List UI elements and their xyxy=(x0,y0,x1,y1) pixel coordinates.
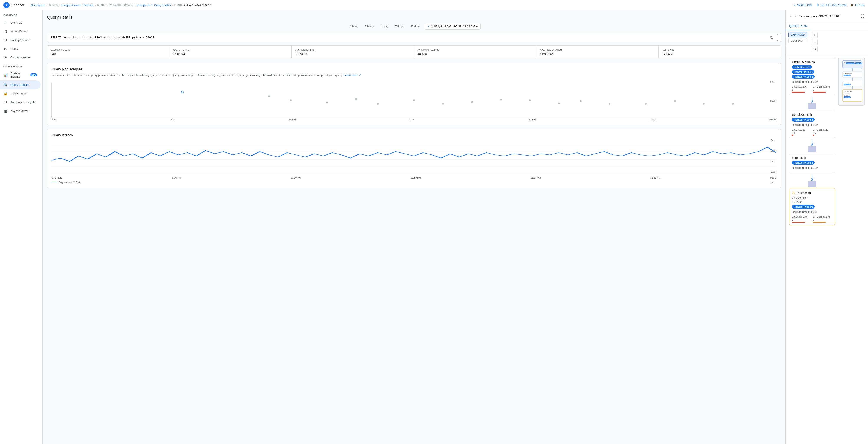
query-latency-card: Query latency xyxy=(47,129,781,188)
breadcrumb-instance-name[interactable]: example-instance: Overview xyxy=(61,4,94,7)
sidebar-item-change-streams[interactable]: ≋ Change streams xyxy=(0,53,41,62)
node-title-2: Filter scan xyxy=(792,156,832,159)
connector-line-2 xyxy=(812,140,812,144)
scatter-dot[interactable] xyxy=(609,103,611,105)
breadcrumb-db-name[interactable]: example-db-1: Query insights xyxy=(137,4,171,7)
scatter-dot[interactable] xyxy=(268,95,270,97)
scatter-dot[interactable] xyxy=(645,103,647,105)
node-rows-0: Rows returned: 48,186 xyxy=(792,80,832,83)
sidebar-item-query[interactable]: ▷ Query xyxy=(0,44,41,53)
scatter-dot[interactable] xyxy=(326,102,328,103)
tab-query-plan[interactable]: QUERY PLAN xyxy=(786,22,811,30)
plan-prev-button[interactable]: ‹ xyxy=(789,13,792,19)
transaction-icon: ⇄ xyxy=(3,100,8,104)
delete-database-button[interactable]: 🗑 DELETE DATABASE xyxy=(816,3,847,7)
scatter-dot[interactable] xyxy=(377,103,379,105)
sidebar-item-lock-insights[interactable]: 🔒 Lock insights xyxy=(0,89,41,98)
plan-next-button[interactable]: › xyxy=(794,13,797,19)
time-1day-button[interactable]: 1 day xyxy=(378,24,391,29)
scatter-dot[interactable] xyxy=(500,99,502,100)
sidebar-label-system-insights: System insights xyxy=(10,72,27,78)
time-6hours-button[interactable]: 6 hours xyxy=(362,24,377,29)
node-rows-2: Rows returned: 48,186 xyxy=(792,167,832,170)
connector-line-3 xyxy=(812,175,812,178)
node-badges-0: Highest latency Highest CPU time Highest… xyxy=(792,65,832,79)
learn-more-link[interactable]: Learn more ↗ xyxy=(344,73,361,77)
import-export-icon: ⇅ xyxy=(3,29,8,33)
view-toggle: EXPANDED COMPACT xyxy=(786,30,810,46)
compact-view-button[interactable]: COMPACT xyxy=(788,38,807,43)
time-range-picker-button[interactable]: ✓ 3/1/23, 8:43 PM - 3/2/23, 12:04 AM ▾ xyxy=(425,23,480,30)
topbar-actions: ✏ WRITE DDL 🗑 DELETE DATABASE 🎓 LEARN xyxy=(794,3,865,7)
scatter-dot-selected[interactable] xyxy=(181,91,184,93)
cpu-metric-3: CPU time: 2.75 s xyxy=(813,215,832,223)
connector-dot-2 xyxy=(811,144,813,146)
scatter-dot[interactable] xyxy=(703,103,705,105)
badge-highest-row-3: Highest row count xyxy=(792,205,814,209)
scatter-dot[interactable] xyxy=(290,99,292,101)
plan-expand-button[interactable]: ⛶ xyxy=(861,14,865,19)
time-30days-button[interactable]: 30 days xyxy=(408,24,423,29)
sidebar-item-import-export[interactable]: ⇅ Import/Export xyxy=(0,27,41,36)
cpu-bar-0 xyxy=(813,92,826,92)
app-name: Spanner xyxy=(11,3,25,7)
scatter-x-1130: 11:30 xyxy=(649,118,655,121)
plan-minimap: Distributed union Highest latency Highes… xyxy=(838,58,865,441)
scatter-dot[interactable] xyxy=(355,98,357,100)
scatter-dot[interactable] xyxy=(413,99,415,101)
latency-bar-0 xyxy=(792,92,805,92)
scatter-x-10pm: 10 PM xyxy=(289,118,296,121)
scatter-dot[interactable] xyxy=(558,102,560,104)
stat-value-2: 1,970.25 xyxy=(295,52,410,56)
plan-node-serialize-result: Serialize result Highest row count Rows … xyxy=(789,110,835,138)
stat-label-5: Avg. bytes xyxy=(662,48,777,51)
sidebar-item-system-insights[interactable]: 📊 System insights NEW xyxy=(0,69,41,80)
sidebar-item-backup-restore[interactable]: ↺ Backup/Restore xyxy=(0,36,41,44)
connector-line-1 xyxy=(812,97,812,100)
scatter-y-label-bottom: 1.50s xyxy=(770,118,775,121)
scatter-dot[interactable] xyxy=(580,100,582,102)
stat-value-1: 1,968.93 xyxy=(173,52,288,56)
latency-bar-3 xyxy=(792,222,805,223)
sidebar-item-key-visualizer[interactable]: ▦ Key Visualizer xyxy=(0,107,41,115)
copy-query-button[interactable]: ⧉ xyxy=(771,36,773,39)
zoom-in-button[interactable]: + xyxy=(811,32,817,38)
connector-2 xyxy=(789,140,835,152)
x-label-10pm: 10:00 PM xyxy=(290,176,301,179)
time-7days-button[interactable]: 7 days xyxy=(393,24,406,29)
line-chart-y-axis: 3s 2.5s 2s 1.5s 1s xyxy=(770,139,776,184)
plan-content: Distributed union Highest latency Highes… xyxy=(786,54,868,444)
query-plan-samples-title: Query plan samples xyxy=(52,67,776,71)
plan-controls: EXPANDED COMPACT + − ↺ xyxy=(786,30,868,54)
scatter-x-11pm: 11 PM xyxy=(529,118,536,121)
learn-button[interactable]: 🎓 LEARN xyxy=(850,3,865,7)
scatter-chart[interactable] xyxy=(52,83,776,117)
sidebar: DATABASE ⊞ Overview ⇅ Import/Export ↺ Ba… xyxy=(0,10,42,444)
expand-query-button[interactable]: ⌃⌄ xyxy=(776,33,778,42)
expanded-view-button[interactable]: EXPANDED xyxy=(788,32,807,37)
node-title-3: Table scan xyxy=(796,191,811,195)
sidebar-item-query-insights[interactable]: 🔍 Query insights xyxy=(0,80,41,89)
svg-text:⚠ Table scan: ⚠ Table scan xyxy=(845,91,852,92)
scatter-dot[interactable] xyxy=(471,101,473,103)
cpu-metric-0: CPU time: 2.78 s xyxy=(813,85,832,92)
write-ddl-button[interactable]: ✏ WRITE DDL xyxy=(794,3,813,7)
breadcrumb-sep2: › xyxy=(95,4,96,7)
time-1hour-button[interactable]: 1 hour xyxy=(347,24,361,29)
sidebar-item-overview[interactable]: ⊞ Overview xyxy=(0,18,41,27)
scatter-dot[interactable] xyxy=(529,99,531,101)
scatter-dot[interactable] xyxy=(732,103,734,105)
node-metrics-0: Latency: 2.78 s CPU time: 2.78 s xyxy=(792,85,832,92)
breadcrumb-all-instances[interactable]: All instances xyxy=(31,4,45,7)
stat-label-2: Avg. latency (ms) xyxy=(295,48,410,51)
sidebar-item-transaction-insights[interactable]: ⇄ Transaction insights xyxy=(0,98,41,107)
connector-bar-1 xyxy=(808,103,816,109)
scatter-dot[interactable] xyxy=(674,100,676,102)
node-title-1: Serialize result xyxy=(792,113,832,116)
latency-metric-1: Latency: 20 ms xyxy=(792,128,809,136)
plan-tabs: QUERY PLAN xyxy=(786,22,868,30)
zoom-reset-button[interactable]: ↺ xyxy=(811,46,817,52)
zoom-out-button[interactable]: − xyxy=(811,39,817,45)
x-label-11pm: 11:00 PM xyxy=(530,176,541,179)
scatter-dot[interactable] xyxy=(442,103,444,105)
